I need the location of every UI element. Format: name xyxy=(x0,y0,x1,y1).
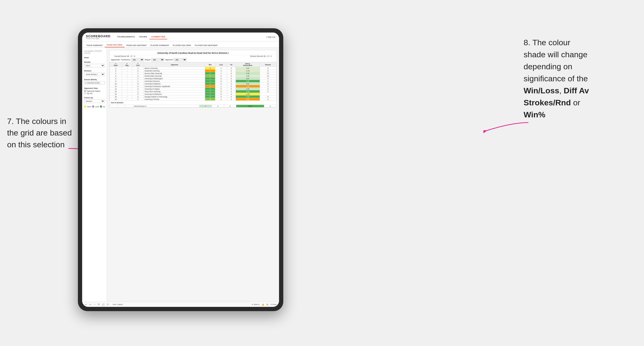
annotation-left: 7. The colours inthe grid are basedon th… xyxy=(7,116,73,150)
annotation-left-text: 7. The colours inthe grid are basedon th… xyxy=(7,117,72,149)
ood-loss: 0 xyxy=(212,105,224,108)
cell-opponent: University of Arkansas, Fayetteville xyxy=(144,85,205,88)
sign-out[interactable]: | Sign out xyxy=(266,36,275,38)
toolbar-clock[interactable]: ⏱ xyxy=(106,303,109,306)
cell-tie: 0 xyxy=(227,72,236,75)
sidebar-radio-group: Opponents Played Top 100 xyxy=(84,90,105,94)
table-header: #Rank #Reg #Conf Opponent Win Loss Tie D… xyxy=(110,62,276,67)
filter-row: Opponents: Conference (All) Region (All)… xyxy=(110,57,276,62)
sidebar-gender-select[interactable]: Men's xyxy=(84,64,105,67)
sidebar-colour-by-label: Colour by xyxy=(84,97,105,99)
ood-reg xyxy=(118,105,126,108)
cell-rounds: 3 xyxy=(260,85,276,88)
cell-rank: 10 xyxy=(110,82,122,85)
cell-conf: 2 xyxy=(132,93,144,95)
col-conf: #Conf xyxy=(132,62,144,67)
cell-tie: 0 xyxy=(227,95,236,98)
cell-reg: - xyxy=(122,70,132,72)
logo-area: SCOREBOARD Powered by clippd xyxy=(86,35,110,39)
cell-conf: 1 xyxy=(132,72,144,75)
cell-tie: 0 xyxy=(227,80,236,82)
toolbar-paste[interactable]: ⬜ xyxy=(101,303,105,306)
radio-dot-unselected xyxy=(84,92,86,94)
nav-tournaments[interactable]: TOURNAMENTS xyxy=(115,35,137,39)
filter-region-group: Region (All) xyxy=(145,58,164,61)
cell-diff: -2.29 xyxy=(236,70,260,72)
filter-opponent-select[interactable]: (All) xyxy=(174,58,187,61)
grid-title-area: University of North Carolina Head-to-Hea… xyxy=(110,50,276,55)
subnav-player-h2h-grid[interactable]: PLAYER H2H GRID xyxy=(171,43,193,47)
legend-level-dot xyxy=(92,105,94,108)
radio-opponents-played[interactable]: Opponents Played xyxy=(84,90,105,92)
annotation-right: 8. The colourshade will changedepending … xyxy=(524,36,642,121)
cell-reg: - xyxy=(122,67,132,70)
cell-diff: 9.00 xyxy=(236,80,260,82)
sidebar-division-select[interactable]: NCAA Division I xyxy=(84,73,105,76)
subnav-player-summary[interactable]: PLAYER SUMMARY xyxy=(148,43,171,47)
cell-tie: 0 xyxy=(227,75,236,77)
cell-rank: 3 xyxy=(110,70,122,72)
toolbar-copy[interactable]: ⧉ xyxy=(98,303,100,306)
cell-conf: 6 xyxy=(132,85,144,88)
toolbar-undo[interactable]: ↩ xyxy=(84,303,87,306)
subnav-player-h2h-heatmap[interactable]: PLAYER H2H HEATMAP xyxy=(193,43,220,47)
legend-level-label: Level xyxy=(95,106,99,108)
cell-win: 0 xyxy=(205,70,215,72)
cell-loss: 0 xyxy=(215,88,227,90)
division-record: Division Record: 88 - 17 - 0 xyxy=(250,55,272,57)
table-row: 3 - 2 Vanderbilt University 0 4 0 -2.29 … xyxy=(110,70,276,72)
sidebar-colour-by-select[interactable]: Win/loss Diff Av Strokes/Rnd Win% xyxy=(84,99,105,103)
cell-conf: 2 xyxy=(132,70,144,72)
cell-rank: 14 xyxy=(110,93,122,95)
cell-rounds: 8 xyxy=(260,82,276,85)
cell-rank: 8 xyxy=(110,77,122,80)
grid-record-row: Overall Record: 89 - 17 - 0 Division Rec… xyxy=(110,55,276,57)
cell-win: 5 xyxy=(205,95,215,98)
subnav-team-h2h-heatmap[interactable]: TEAM H2H HEATMAP xyxy=(124,43,149,47)
cell-win: 1 xyxy=(205,77,215,80)
cell-rounds: 12 xyxy=(260,75,276,77)
cell-reg: - xyxy=(122,85,132,88)
cell-opponent: Georgia Institute of Technology xyxy=(144,95,205,98)
subnav-team-summary[interactable]: TEAM SUMMARY xyxy=(84,43,105,47)
cell-rounds: 2 xyxy=(260,80,276,82)
cell-diff: 4.50 xyxy=(236,95,260,98)
cell-win: 4 xyxy=(205,75,215,77)
cell-rank: 6 xyxy=(110,75,122,77)
cell-diff: -4.33 xyxy=(236,85,260,88)
filter-region-label: Region xyxy=(145,59,150,61)
filter-region-select[interactable]: (All) xyxy=(151,58,164,61)
cell-win: 3 xyxy=(205,90,215,93)
filter-conference-group: Conference (All) xyxy=(121,58,144,61)
table-row: 8 - 2 University of Washington 1 0 0 3.6… xyxy=(110,77,276,80)
sidebar-school-label: School (Rank) xyxy=(84,78,105,81)
ood-win: 1 xyxy=(199,105,212,108)
cell-conf: 2 xyxy=(132,75,144,77)
table-row: 14 - 2 University of Oklahoma 1 0 0 -1.0… xyxy=(110,93,276,95)
out-of-division-row: NCAA Division II 1 0 0 26.00 3 xyxy=(110,105,276,108)
toolbar-redo[interactable]: ↪ xyxy=(89,303,92,306)
toolbar-view-label: View: Original xyxy=(112,304,123,305)
toolbar-share[interactable]: ⬆ Share xyxy=(270,304,277,306)
toolbar-thumbs[interactable]: 👍 xyxy=(261,303,265,306)
ood-conf xyxy=(126,105,134,108)
grid-container: University of North Carolina Head-to-Hea… xyxy=(109,50,277,108)
left-sidebar: Last Updated: 27/03/2024 16:55:38 Team G… xyxy=(82,48,107,302)
nav-teams[interactable]: TEAMS xyxy=(137,35,149,39)
radio-top100[interactable]: Top 100 xyxy=(84,92,105,94)
subnav-team-h2h-grid[interactable]: TEAM H2H GRID xyxy=(105,43,124,47)
radio-dot-selected xyxy=(84,90,86,92)
nav-committee[interactable]: COMMITTEE xyxy=(150,35,167,39)
sidebar-school-input[interactable] xyxy=(84,81,105,84)
data-table: #Rank #Reg #Conf Opponent Win Loss Tie D… xyxy=(110,62,276,101)
filter-conference-select[interactable]: (All) xyxy=(131,58,144,61)
table-row: 10 - 5 University of Alabama 3 0 0 2.61 … xyxy=(110,82,276,85)
cell-opponent: Auburn University xyxy=(144,67,205,70)
sidebar-colour-by: Colour by Win/loss Diff Av Strokes/Rnd W… xyxy=(84,97,105,103)
main-content: Last Updated: 27/03/2024 16:55:38 Team G… xyxy=(82,48,279,302)
toolbar-forward[interactable]: → xyxy=(93,303,96,306)
cell-conf: 3 xyxy=(132,88,144,90)
toolbar-grid[interactable]: ⊞ xyxy=(266,303,269,306)
out-of-division-table: NCAA Division II 1 0 0 26.00 3 xyxy=(110,105,276,108)
toolbar-watch[interactable]: 👁 Watch ▾ xyxy=(252,304,260,306)
